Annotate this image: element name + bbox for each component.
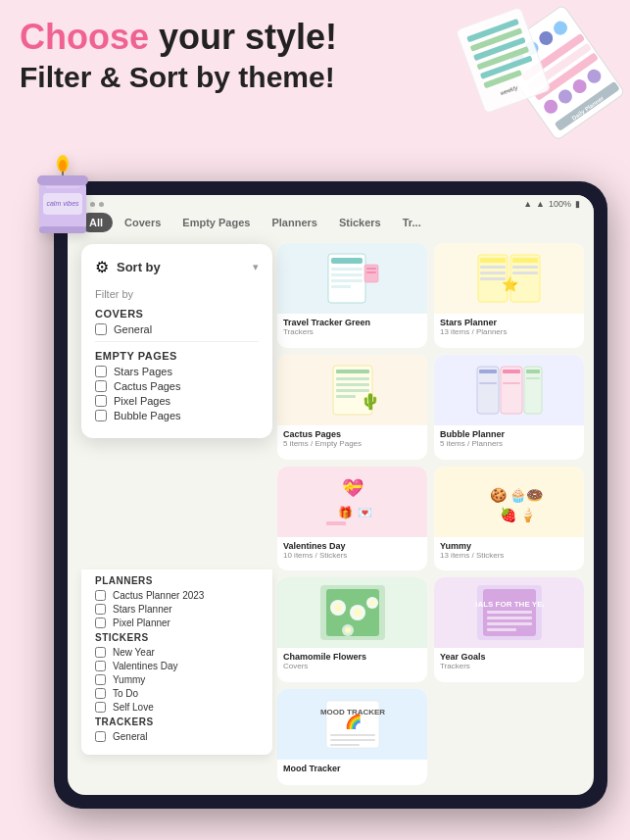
product-name-travel: Travel Tracker Green	[283, 318, 421, 327]
product-card-chamomile[interactable]: Chamomile Flowers Covers	[277, 577, 427, 682]
svg-text:🍩: 🍩	[526, 487, 544, 504]
svg-rect-67	[526, 377, 540, 379]
svg-rect-61	[501, 367, 522, 414]
product-info-mood: Mood Tracker	[277, 760, 427, 779]
product-info-cactus: Cactus Pages 5 items / Empty Pages	[277, 425, 427, 454]
gear-icon[interactable]: ⚙	[95, 258, 109, 276]
checkbox-cactus-planner-input[interactable]	[95, 590, 106, 601]
checkbox-stars-planner-input[interactable]	[95, 604, 106, 615]
checkbox-todo-input[interactable]	[95, 688, 106, 699]
checkbox-stars-pages: Stars Pages	[95, 366, 259, 377]
product-info-bubble: Bubble Planner 5 items / Planners	[434, 425, 584, 454]
product-card-cactus[interactable]: 🌵 Cactus Pages 5 items / Empty Pages	[277, 355, 427, 460]
headline-line1: Choose your style!	[20, 18, 610, 57]
product-meta-yummy: 13 items / Stickers	[440, 551, 578, 560]
svg-rect-33	[331, 268, 363, 271]
style-text: your style!	[149, 17, 337, 57]
candle-svg: calm vibes	[22, 152, 105, 250]
svg-rect-54	[336, 389, 369, 392]
product-thumb-bubble	[434, 355, 584, 425]
product-info-travel: Travel Tracker Green Trackers	[277, 314, 427, 342]
svg-rect-65	[524, 367, 542, 414]
product-card-mood[interactable]: MOOD TRACKER 🌈 Mood Tracker	[277, 689, 427, 785]
product-thumb-travel	[277, 243, 427, 314]
tab-stickers[interactable]: Stickers	[329, 213, 391, 232]
svg-rect-42	[480, 266, 506, 269]
checkbox-general-covers: General	[95, 323, 259, 335]
checkbox-yummy: Yummy	[95, 674, 259, 685]
svg-rect-52	[336, 377, 369, 380]
checkbox-general-covers-input[interactable]	[95, 323, 107, 335]
svg-rect-102	[330, 744, 360, 746]
checkbox-pixel-planner-input[interactable]	[95, 618, 106, 628]
checkbox-general-trackers-label: General	[113, 731, 148, 742]
tab-empty-pages[interactable]: Empty Pages	[172, 213, 260, 232]
tab-covers[interactable]: Covers	[115, 213, 170, 232]
product-grid: Travel Tracker Green Trackers	[273, 239, 588, 789]
checkbox-pixel-pages-label: Pixel Pages	[114, 395, 170, 407]
section-empty-pages: EMPTY PAGES	[95, 350, 259, 362]
checkbox-new-year-input[interactable]	[95, 647, 106, 658]
wifi-icon: ▲	[523, 199, 532, 209]
svg-rect-51	[336, 370, 369, 373]
svg-rect-100	[330, 734, 375, 736]
tablet-topbar: ▲ ▲ 100% ▮	[68, 195, 594, 213]
product-meta-cactus: 5 items / Empty Pages	[283, 439, 421, 448]
product-card-yummy[interactable]: 🍪 🧁 🍩 🍓 🍦 Yummy 13 items / Stickers	[434, 467, 584, 571]
product-card-bubble[interactable]: Bubble Planner 5 items / Planners	[434, 355, 584, 460]
checkbox-self-love-input[interactable]	[95, 702, 106, 713]
sort-by-label: Sort by	[117, 260, 245, 274]
svg-text:GOALS FOR THE YEAR: GOALS FOR THE YEAR	[475, 600, 544, 609]
checkbox-stars-pages-input[interactable]	[95, 366, 107, 377]
tab-more[interactable]: Tr...	[393, 213, 431, 232]
checkbox-pixel-pages: Pixel Pages	[95, 395, 259, 407]
product-info-yummy: Yummy 13 items / Stickers	[434, 537, 584, 566]
svg-text:🍪: 🍪	[490, 487, 508, 504]
svg-rect-43	[480, 272, 506, 274]
product-card-valentines[interactable]: 💝 🎁 💌 Valentines Day 10 items / Stickers	[277, 467, 427, 571]
checkbox-cactus-pages-label: Cactus Pages	[114, 380, 180, 392]
svg-rect-58	[479, 370, 497, 373]
product-card-travel[interactable]: Travel Tracker Green Trackers	[277, 243, 427, 348]
svg-rect-53	[336, 383, 369, 386]
product-thumb-yummy: 🍪 🧁 🍩 🍓 🍦	[434, 467, 584, 537]
product-name-stars: Stars Planner	[440, 318, 578, 327]
checkbox-general-trackers-input[interactable]	[95, 731, 106, 742]
checkbox-bubble-pages-input[interactable]	[95, 410, 107, 421]
checkbox-stars-planner: Stars Planner	[95, 604, 259, 615]
sort-dropdown-arrow[interactable]: ▾	[253, 261, 259, 273]
svg-rect-66	[526, 370, 540, 373]
signal-icon: ▲	[536, 199, 545, 209]
svg-rect-64	[503, 382, 520, 384]
svg-rect-48	[512, 272, 538, 274]
checkbox-pixel-planner-label: Pixel Planner	[113, 618, 170, 628]
svg-text:🍦: 🍦	[519, 507, 537, 523]
choose-word: Choose	[20, 17, 149, 57]
svg-rect-93	[487, 617, 532, 619]
checkbox-yummy-input[interactable]	[95, 674, 106, 685]
product-card-yeargoals[interactable]: GOALS FOR THE YEAR Year Goals Trackers	[434, 577, 584, 682]
checkbox-stars-planner-label: Stars Planner	[113, 604, 172, 615]
checkbox-bubble-pages: Bubble Pages	[95, 410, 259, 421]
tablet-device: ▲ ▲ 100% ▮ All Covers Empty Pages Planne…	[54, 181, 607, 809]
svg-text:🎁: 🎁	[338, 505, 353, 519]
tab-planners[interactable]: Planners	[262, 213, 326, 232]
tablet-screen: ▲ ▲ 100% ▮ All Covers Empty Pages Planne…	[68, 195, 594, 795]
product-meta-chamomile: Covers	[283, 662, 421, 670]
svg-text:🧁: 🧁	[509, 487, 527, 504]
svg-rect-32	[331, 258, 363, 264]
svg-rect-46	[512, 258, 538, 263]
svg-rect-72	[326, 521, 346, 525]
product-meta-valentines: 10 items / Stickers	[283, 551, 421, 560]
checkbox-pixel-pages-input[interactable]	[95, 395, 107, 407]
svg-rect-59	[479, 377, 497, 379]
svg-rect-92	[487, 611, 532, 614]
svg-point-88	[345, 627, 351, 633]
filter-panel-below: PLANNERS Cactus Planner 2023 Stars Plann…	[81, 569, 272, 755]
product-card-stars[interactable]: ⭐ Stars Planner 13 items / Planners	[434, 243, 584, 348]
checkbox-valentines-input[interactable]	[95, 661, 106, 671]
checkbox-cactus-pages-input[interactable]	[95, 380, 107, 392]
checkbox-cactus-planner: Cactus Planner 2023	[95, 590, 259, 601]
product-info-chamomile: Chamomile Flowers Covers	[277, 648, 427, 676]
filter-header: ⚙ Sort by ▾	[95, 258, 259, 276]
